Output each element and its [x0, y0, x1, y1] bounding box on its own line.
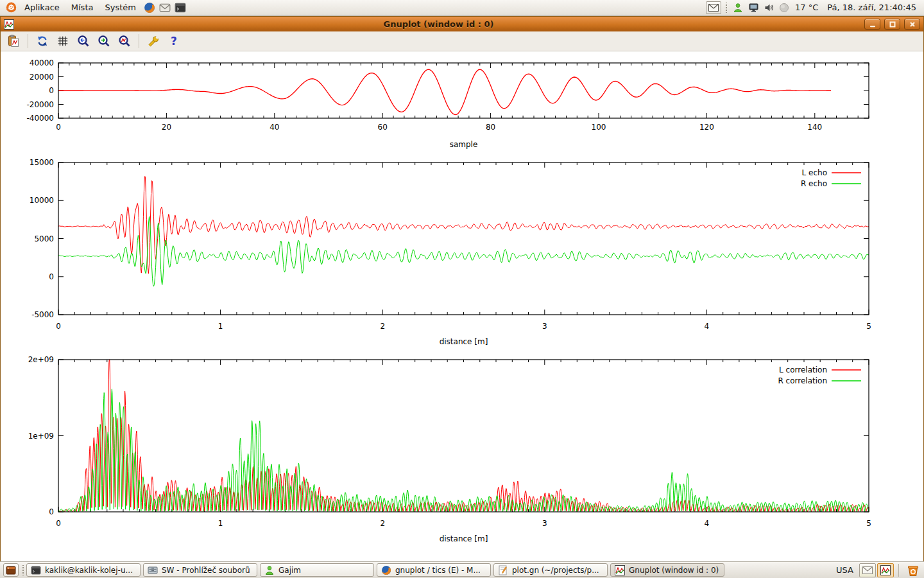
temperature-label[interactable]: 17 °C [795, 3, 818, 12]
axis-label: sample [450, 140, 478, 149]
grid-icon [57, 35, 69, 47]
legend-label: L echo [802, 168, 827, 177]
bottom-panel: kaklik@kaklik-kolej-u... SW - Prohlížeč … [0, 561, 924, 578]
task-label: kaklik@kaklik-kolej-u... [45, 566, 133, 575]
help-icon: ? [171, 36, 177, 47]
series-chirp-signal [58, 69, 831, 114]
gnuplot-canvas: 020406080100120140-40000-200000200004000… [1, 52, 923, 561]
x-tick-label: 60 [378, 123, 388, 132]
x-tick-label: 40 [270, 123, 279, 132]
x-tick-label: 1 [218, 519, 223, 528]
task-button-terminal[interactable]: kaklik@kaklik-kolej-u... [26, 563, 141, 577]
firefox-icon [144, 2, 155, 13]
close-icon [909, 21, 916, 28]
maximize-button[interactable] [884, 19, 900, 30]
y-tick-label: 20000 [30, 73, 54, 82]
file-manager-icon [148, 565, 158, 575]
replot-button[interactable] [35, 33, 50, 49]
titlebar[interactable]: Gnuplot (window id : 0) [1, 17, 923, 31]
terminal-icon [175, 2, 186, 13]
task-button-file-manager[interactable]: SW - Prohlížeč souborů [143, 563, 257, 577]
tray-drag-handle[interactable] [725, 3, 728, 13]
ubuntu-menu-logo[interactable] [4, 1, 17, 14]
menu-places[interactable]: Místa [66, 1, 99, 13]
settings-button[interactable] [146, 33, 161, 49]
zoom-button[interactable] [117, 33, 132, 49]
x-tick-label: 80 [486, 123, 495, 132]
x-tick-label: 20 [162, 123, 171, 132]
terminal-launcher[interactable] [174, 1, 187, 14]
task-button-gajim[interactable]: Gajim [260, 563, 374, 577]
copy-icon [7, 35, 20, 48]
x-tick-label: 3 [542, 519, 547, 528]
weather-icon [779, 3, 789, 13]
weather-tray[interactable] [778, 1, 791, 14]
gnuplot-icon [880, 565, 891, 575]
help-button[interactable]: ? [166, 33, 182, 49]
zoom-previous-icon [77, 35, 90, 48]
y-tick-label: -20000 [26, 100, 54, 109]
mail-tray-button[interactable] [859, 563, 876, 577]
axis-label: distance [m] [440, 534, 488, 543]
zoom-next-button[interactable] [96, 33, 112, 49]
y-tick-label: 2e+09 [28, 355, 54, 364]
chart-3: 01234501e+092e+09distance [m]L correlati… [28, 355, 871, 543]
task-button-gnuplot[interactable]: Gnuplot (window id : 0) [610, 563, 724, 577]
task-button-text-editor[interactable]: plot.gn (~/projects/p... [493, 563, 608, 577]
x-tick-label: 3 [542, 322, 547, 331]
clock-label[interactable]: Pá, 18. září, 21:40:45 [827, 3, 916, 12]
x-tick-label: 0 [56, 322, 61, 331]
gnuplot-window-icon [4, 19, 14, 30]
gajim-status-tray[interactable] [732, 1, 744, 14]
legend-label: R correlation [778, 376, 827, 385]
y-tick-label: 0 [49, 86, 54, 95]
task-button-firefox[interactable]: gnuplot / tics (E) - M... [377, 563, 491, 577]
zoom-previous-button[interactable] [76, 33, 91, 49]
gajim-person-icon [733, 3, 743, 13]
menu-applications[interactable]: Aplikace [19, 1, 65, 13]
plots-svg: 020406080100120140-40000-200000200004000… [1, 52, 923, 561]
trash-icon [907, 564, 920, 577]
series-l-echo [58, 177, 869, 274]
plot-area-1[interactable] [58, 63, 869, 118]
tasklist-drag-handle[interactable] [22, 565, 24, 575]
y-tick-label: 10000 [30, 196, 54, 205]
window-selector-icon [6, 566, 16, 575]
plot-area-2[interactable] [58, 162, 869, 315]
trash-applet[interactable] [905, 563, 921, 578]
axis-label: distance [m] [440, 337, 488, 346]
mail-icon [159, 2, 171, 13]
legend-label: L correlation [779, 365, 827, 374]
mail-launcher[interactable] [158, 1, 171, 14]
grid-button[interactable] [55, 33, 71, 49]
top-panel: Aplikace Místa Systém 17 °C Pá, 18. září… [0, 0, 924, 15]
y-tick-label: 1e+09 [28, 432, 54, 441]
gnuplot-icon [615, 565, 625, 575]
envelope-icon [708, 4, 719, 12]
volume-tray[interactable] [762, 1, 775, 14]
maximize-icon [889, 21, 896, 28]
legend-label: R echo [801, 179, 827, 188]
gnuplot-tray-button[interactable] [877, 563, 894, 577]
close-button[interactable] [904, 19, 920, 30]
mail-notification-button[interactable] [706, 1, 721, 14]
x-tick-label: 5 [866, 519, 871, 528]
gnuplot-toolbar: ? [1, 31, 923, 51]
firefox-icon [381, 565, 391, 575]
zoom-icon [118, 35, 131, 48]
copy-to-clipboard-button[interactable] [6, 33, 21, 49]
x-tick-label: 140 [807, 123, 822, 132]
firefox-launcher[interactable] [143, 1, 156, 14]
menu-system[interactable]: Systém [99, 1, 141, 13]
zoom-next-icon [98, 35, 110, 48]
display-tray[interactable] [747, 1, 760, 14]
plot-area-3[interactable] [58, 360, 869, 512]
task-label: plot.gn (~/projects/p... [512, 566, 599, 575]
task-label: SW - Prohlížeč souborů [162, 566, 250, 575]
y-tick-label: 15000 [30, 158, 54, 167]
chart-1: 020406080100120140-40000-200000200004000… [26, 58, 869, 149]
x-tick-label: 2 [380, 519, 385, 528]
window-selector-button[interactable] [3, 563, 19, 577]
keyboard-layout-indicator[interactable]: USA [836, 565, 853, 575]
minimize-button[interactable] [864, 19, 880, 30]
